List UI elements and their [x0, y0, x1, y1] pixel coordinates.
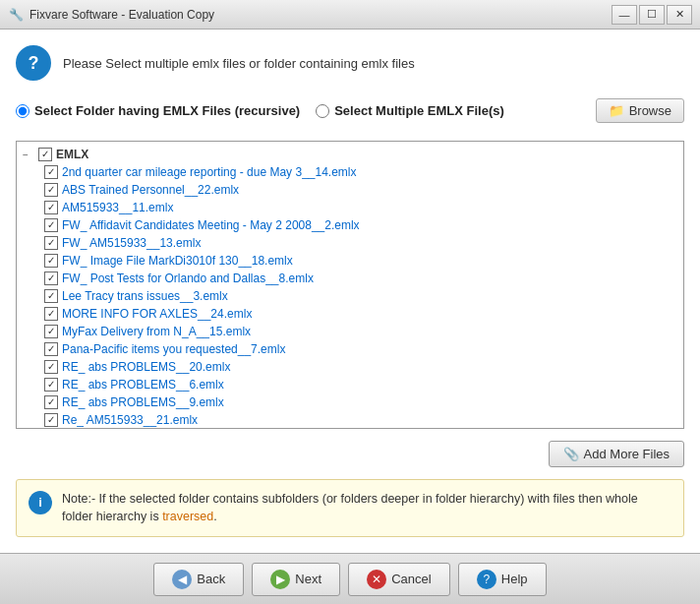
browse-label: Browse [629, 103, 671, 118]
tree-item[interactable]: FW_ Affidavit Candidates Meeting - May 2… [17, 216, 683, 234]
file-label: MyFax Delivery from N_A__15.emlx [62, 325, 251, 338]
header-section: ? Please Select multiple emlx files or f… [16, 45, 684, 81]
options-row: Select Folder having EMLX Files (recursi… [16, 92, 684, 129]
file-label: FW_ Affidavit Candidates Meeting - May 2… [62, 218, 360, 232]
main-content: ? Please Select multiple emlx files or f… [0, 30, 700, 553]
file-label: AM515933__11.emlx [62, 201, 173, 214]
file-label: FW_ AM515933__13.emlx [62, 236, 201, 250]
expand-icon: − [23, 150, 34, 160]
radio-files-option[interactable]: Select Multiple EMLX File(s) [316, 103, 504, 118]
tree-item[interactable]: FW_ Image File MarkDi3010f 130__18.emlx [17, 252, 683, 270]
tree-item[interactable]: ABS Trained Personnel__22.emlx [17, 181, 683, 199]
help-label: Help [501, 572, 528, 586]
root-checkbox[interactable] [38, 148, 52, 161]
radio-folder-input[interactable] [16, 104, 29, 118]
cancel-label: Cancel [391, 572, 431, 586]
file-checkbox[interactable] [44, 254, 58, 268]
help-icon: ? [477, 570, 496, 589]
radio-files-input[interactable] [316, 104, 329, 118]
back-button[interactable]: ◀ Back [153, 563, 244, 596]
note-info-icon: i [29, 491, 52, 514]
file-label: MORE INFO FOR AXLES__24.emlx [62, 307, 252, 321]
window-controls: — ☐ ✕ [612, 5, 692, 25]
tree-item[interactable]: FW_ Post Tests for Orlando and Dallas__8… [17, 270, 683, 287]
root-label: EMLX [56, 148, 88, 161]
note-highlight: traversed [162, 510, 213, 523]
add-more-files-button[interactable]: 📎 Add More Files [549, 441, 684, 467]
file-checkbox[interactable] [44, 218, 58, 232]
file-label: 2nd quarter car mileage reporting - due … [62, 165, 357, 179]
tree-item[interactable]: RE_ abs PROBLEMS__9.emlx [17, 393, 683, 411]
radio-folder-option[interactable]: Select Folder having EMLX Files (recursi… [16, 103, 300, 118]
file-checkbox[interactable] [44, 201, 58, 214]
close-button[interactable]: ✕ [667, 5, 692, 25]
file-tree-container[interactable]: − EMLX 2nd quarter car mileage reporting… [16, 141, 684, 429]
note-text: Note:- If the selected folder contains s… [62, 490, 671, 527]
tree-item[interactable]: MyFax Delivery from N_A__15.emlx [17, 323, 683, 340]
file-label: Pana-Pacific items you requested__7.emlx [62, 342, 285, 356]
cancel-button[interactable]: ✕ Cancel [348, 563, 449, 596]
add-files-icon: 📎 [563, 447, 579, 461]
radio-folder-label: Select Folder having EMLX Files (recursi… [34, 103, 300, 118]
file-label: Lee Tracy trans issues__3.emlx [62, 289, 228, 303]
help-button[interactable]: ? Help [458, 563, 547, 596]
next-button[interactable]: ▶ Next [252, 563, 340, 596]
radio-files-label: Select Multiple EMLX File(s) [334, 103, 504, 118]
app-icon: 🔧 [8, 7, 24, 23]
file-checkbox[interactable] [44, 183, 58, 197]
tree-item[interactable]: FW_ AM515933__13.emlx [17, 234, 683, 252]
file-checkbox[interactable] [44, 378, 58, 392]
tree-item[interactable]: RE_ abs PROBLEMS__20.emlx [17, 358, 683, 376]
file-checkbox[interactable] [44, 272, 58, 285]
tree-item[interactable]: Pana-Pacific items you requested__7.emlx [17, 340, 683, 358]
note-part2: . [213, 510, 216, 523]
header-text: Please Select multiple emlx files or fol… [63, 56, 415, 71]
file-label: Re_ AM515933__21.emlx [62, 413, 198, 427]
file-tree-inner: − EMLX 2nd quarter car mileage reporting… [17, 142, 683, 429]
file-checkbox[interactable] [44, 307, 58, 321]
minimize-button[interactable]: — [612, 5, 637, 25]
add-files-label: Add More Files [584, 447, 670, 461]
add-files-row: 📎 Add More Files [16, 441, 684, 467]
file-label: RE_ abs PROBLEMS__6.emlx [62, 378, 224, 392]
file-label: RE_ abs PROBLEMS__20.emlx [62, 360, 230, 374]
tree-item[interactable]: RE_ abs PROBLEMS__6.emlx [17, 376, 683, 393]
file-label: ABS Trained Personnel__22.emlx [62, 183, 239, 197]
file-checkbox[interactable] [44, 165, 58, 179]
file-checkbox[interactable] [44, 325, 58, 338]
tree-item[interactable]: 2nd quarter car mileage reporting - due … [17, 163, 683, 181]
file-checkbox[interactable] [44, 413, 58, 427]
note-box: i Note:- If the selected folder contains… [16, 479, 684, 538]
tree-root[interactable]: − EMLX [17, 146, 683, 163]
file-checkbox[interactable] [44, 289, 58, 303]
tree-item[interactable]: Re_ AM515933__21.emlx [17, 411, 683, 429]
file-list: 2nd quarter car mileage reporting - due … [17, 163, 683, 429]
tree-item[interactable]: AM515933__11.emlx [17, 199, 683, 216]
file-checkbox[interactable] [44, 236, 58, 250]
file-label: FW_ Image File MarkDi3010f 130__18.emlx [62, 254, 293, 268]
file-label: RE_ abs PROBLEMS__9.emlx [62, 395, 224, 409]
tree-item[interactable]: Lee Tracy trans issues__3.emlx [17, 287, 683, 305]
cancel-icon: ✕ [367, 570, 386, 589]
title-bar: 🔧 Fixvare Software - Evaluation Copy — ☐… [0, 0, 700, 30]
back-label: Back [197, 572, 225, 586]
file-checkbox[interactable] [44, 360, 58, 374]
folder-icon: 📁 [609, 103, 624, 118]
file-label: FW_ Post Tests for Orlando and Dallas__8… [62, 272, 314, 285]
window-title: Fixvare Software - Evaluation Copy [29, 8, 612, 22]
tree-item[interactable]: MORE INFO FOR AXLES__24.emlx [17, 305, 683, 323]
note-part1: Note:- If the selected folder contains s… [62, 492, 638, 524]
question-icon: ? [16, 45, 51, 81]
next-icon: ▶ [270, 570, 290, 589]
back-icon: ◀ [172, 570, 192, 589]
bottom-bar: ◀ Back ▶ Next ✕ Cancel ? Help [0, 553, 700, 604]
browse-button[interactable]: 📁 Browse [596, 98, 684, 123]
maximize-button[interactable]: ☐ [639, 5, 665, 25]
next-label: Next [295, 572, 321, 586]
file-checkbox[interactable] [44, 395, 58, 409]
file-checkbox[interactable] [44, 342, 58, 356]
